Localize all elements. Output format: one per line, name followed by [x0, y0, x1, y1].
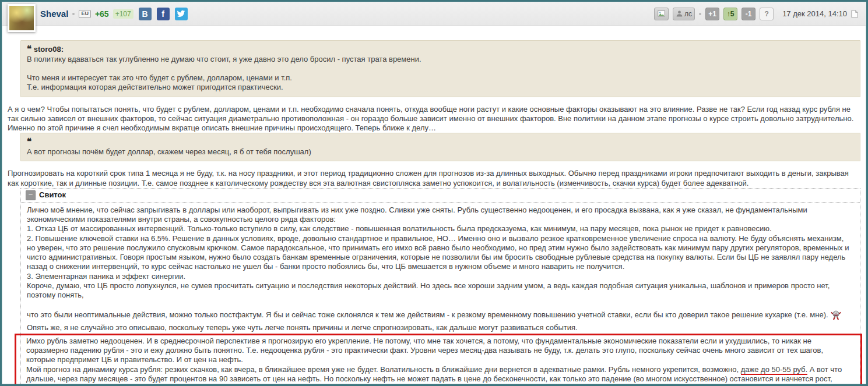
private-message-button[interactable]: лс: [673, 8, 695, 20]
spoiler-title: Свиток: [39, 190, 66, 200]
permalink-page-icon[interactable]: [851, 10, 858, 18]
spoiler-paragraph: 2. Повышение ключевой ставки на 6.5%. Ре…: [27, 234, 854, 272]
separator-dot: [699, 13, 701, 15]
help-button[interactable]: ?: [760, 8, 774, 20]
spoiler-paragraph: Короче, думаю, что ЦБ просто лопухнулся,…: [27, 281, 854, 300]
quote-icon: ❝: [27, 136, 31, 147]
quote-author: storo08:: [34, 45, 64, 54]
quote-block-anonymous: ❝ А вот прогнозы почём будет доллар, ска…: [20, 133, 860, 161]
quote-blank-line: [27, 64, 854, 73]
user-rating-secondary: +107: [113, 9, 133, 19]
highlight-paragraph-text: Мой прогноз на динамику курса рубля: рез…: [26, 365, 741, 374]
facebook-share-icon[interactable]: f: [157, 8, 170, 20]
post-body: ❝ storo08: В политику вдаваться так углу…: [2, 26, 866, 386]
username-link[interactable]: Sheval: [40, 9, 68, 19]
image-icon: [657, 10, 666, 17]
pm-label: лс: [684, 10, 692, 18]
spoiler-content: Лично моё мнение, что сейчас запрыгивать…: [21, 203, 860, 386]
twitter-bird-icon: [177, 9, 185, 18]
avatar[interactable]: [8, 4, 36, 32]
laughing-robot-emoticon: [831, 310, 841, 323]
quote-text-line: А вот прогнозы почём будет доллар, скаже…: [27, 147, 854, 157]
avatar-image: [9, 6, 34, 30]
eu-badge: EU: [79, 10, 91, 18]
quote-icon: ❝: [27, 44, 31, 54]
quote-text-line: В политику вдаваться так углубленно не д…: [27, 55, 854, 64]
spoiler-paragraph: Лично моё мнение, что сейчас запрыгивать…: [27, 206, 854, 225]
highlight-paragraph: Мой прогноз на динамику курса рубля: рез…: [26, 365, 853, 386]
vk-share-icon[interactable]: В: [139, 8, 152, 20]
forum-post-window: Sheval EU +65 +107 В f лс +1: [0, 0, 868, 386]
spoiler-block: − Свиток Лично моё мнение, что сейчас за…: [20, 188, 860, 386]
post-header: Sheval EU +65 +107 В f лс +1: [2, 2, 866, 26]
person-icon: [676, 10, 683, 17]
separator-dot: [72, 13, 75, 15]
post-date: 17 дек 2014, 14:10: [782, 9, 847, 18]
vote-minus-one-button[interactable]: -1: [742, 8, 755, 20]
red-underline-annotation: даже до 50-55 руб.: [741, 365, 807, 375]
spoiler-paragraph: 1. Отказ ЦБ от массированных интервенций…: [27, 224, 854, 233]
red-annotation-box: Имхо рубль заметно недооценен. И в средн…: [15, 334, 862, 386]
spoiler-paragraph: что это были неоптимальные действия, мож…: [27, 310, 854, 323]
insert-image-button[interactable]: [654, 8, 669, 20]
twitter-share-icon[interactable]: [175, 8, 188, 20]
post-paragraph: Прогнозировать на короткий срок типа 1 м…: [8, 169, 860, 188]
spoiler-collapse-icon[interactable]: −: [26, 190, 36, 200]
spoiler-paragraph-text: что это были неоптимальные действия, мож…: [27, 310, 828, 319]
vote-score-button[interactable]: ↑5: [723, 8, 737, 20]
quote-block-storo08: ❝ storo08: В политику вдаваться так углу…: [20, 40, 860, 97]
quote-text-line: Что меня и интересует так это что будет …: [27, 73, 854, 83]
spoiler-header[interactable]: − Свиток: [21, 189, 860, 203]
spoiler-paragraph: Опять же, я не случайно это описываю, по…: [27, 323, 854, 332]
post-paragraph: А я о чем? Чтобы попытаться понять, что …: [8, 105, 860, 133]
user-rating: +65: [95, 9, 109, 19]
vote-plus-one-button[interactable]: +1: [705, 8, 719, 20]
highlight-paragraph: Имхо рубль заметно недооценен. И в средн…: [26, 337, 853, 365]
quote-text-line: Т.е. информация которая действительно мо…: [27, 83, 854, 92]
spoiler-paragraph: 3. Элементарная паника и эффект синергии…: [27, 272, 854, 281]
